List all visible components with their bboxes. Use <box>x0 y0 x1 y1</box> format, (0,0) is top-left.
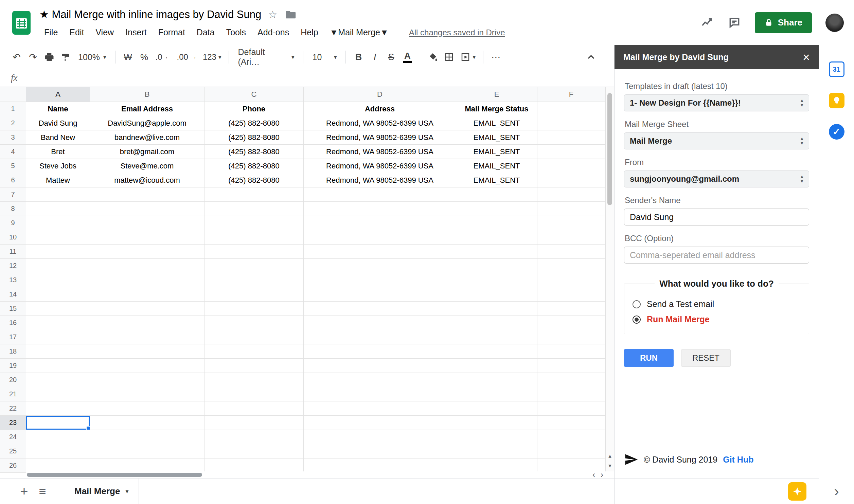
cell-B2[interactable]: DavidSung@apple.com <box>90 116 204 130</box>
cell-C19[interactable] <box>204 359 304 373</box>
column-header-D[interactable]: D <box>304 87 456 102</box>
cell-C25[interactable] <box>204 444 304 458</box>
cell-D7[interactable] <box>304 187 456 202</box>
radio-checked-icon[interactable] <box>633 316 641 324</box>
cell-B5[interactable]: Steve@me.com <box>90 159 204 173</box>
decrease-decimal-button[interactable]: .0 ← <box>153 49 174 65</box>
row-header-8[interactable]: 8 <box>0 202 26 216</box>
cell-B10[interactable] <box>90 230 204 245</box>
merge-cells-button[interactable]: ▾ <box>458 49 478 65</box>
cell-F4[interactable] <box>537 145 605 159</box>
cell-B22[interactable] <box>90 401 204 416</box>
row-header-7[interactable]: 7 <box>0 187 26 202</box>
insights-icon[interactable] <box>700 16 714 30</box>
cell-A18[interactable] <box>26 344 90 359</box>
cell-F9[interactable] <box>537 216 605 230</box>
cell-F12[interactable] <box>537 259 605 273</box>
cell-C21[interactable] <box>204 387 304 401</box>
cell-A12[interactable] <box>26 259 90 273</box>
cell-D26[interactable] <box>304 458 456 473</box>
scroll-right-button[interactable]: › <box>601 470 603 478</box>
cell-F8[interactable] <box>537 202 605 216</box>
cell-A13[interactable] <box>26 273 90 287</box>
cell-B16[interactable] <box>90 316 204 330</box>
cell-F20[interactable] <box>537 373 605 387</box>
menu-format[interactable]: Format <box>154 26 190 39</box>
cell-F22[interactable] <box>537 401 605 416</box>
cell-E18[interactable] <box>456 344 537 359</box>
cell-C22[interactable] <box>204 401 304 416</box>
cell-F7[interactable] <box>537 187 605 202</box>
cell-C6[interactable]: (425) 882-8080 <box>204 173 304 187</box>
cell-E19[interactable] <box>456 359 537 373</box>
row-header-25[interactable]: 25 <box>0 444 26 458</box>
folder-icon[interactable] <box>284 8 298 21</box>
cell-F3[interactable] <box>537 130 605 145</box>
increase-decimal-button[interactable]: .00 → <box>174 49 199 65</box>
sheet-tab-menu-icon[interactable]: ▾ <box>125 488 128 495</box>
cell-B23[interactable] <box>90 416 204 430</box>
cell-F11[interactable] <box>537 245 605 259</box>
cell-E2[interactable]: EMAIL_SENT <box>456 116 537 130</box>
row-header-22[interactable]: 22 <box>0 401 26 416</box>
borders-button[interactable] <box>441 49 457 65</box>
reset-button[interactable]: RESET <box>681 349 731 367</box>
row-header-18[interactable]: 18 <box>0 344 26 359</box>
cell-B20[interactable] <box>90 373 204 387</box>
cell-A9[interactable] <box>26 216 90 230</box>
cell-B9[interactable] <box>90 216 204 230</box>
cell-D18[interactable] <box>304 344 456 359</box>
cell-E5[interactable]: EMAIL_SENT <box>456 159 537 173</box>
cell-E15[interactable] <box>456 302 537 316</box>
strikethrough-button[interactable]: S <box>383 49 399 65</box>
cell-E9[interactable] <box>456 216 537 230</box>
sheet-select[interactable]: Mail Merge ▲ ▼ <box>624 132 809 149</box>
cell-E25[interactable] <box>456 444 537 458</box>
cell-B19[interactable] <box>90 359 204 373</box>
column-header-F[interactable]: F <box>537 87 605 102</box>
cell-B1[interactable]: Email Address <box>90 102 204 116</box>
text-color-button[interactable]: A <box>399 49 415 65</box>
cell-C1[interactable]: Phone <box>204 102 304 116</box>
cell-B15[interactable] <box>90 302 204 316</box>
collapse-toolbar-button[interactable] <box>583 49 599 65</box>
row-header-5[interactable]: 5 <box>0 159 26 173</box>
cell-F1[interactable] <box>537 102 605 116</box>
cell-D20[interactable] <box>304 373 456 387</box>
menu-addons[interactable]: Add-ons <box>253 26 294 39</box>
cell-D6[interactable]: Redmond, WA 98052-6399 USA <box>304 173 456 187</box>
cell-E26[interactable] <box>456 458 537 473</box>
vertical-scroll-thumb[interactable] <box>607 93 612 205</box>
hide-panel-icon[interactable]: › <box>834 478 839 504</box>
cell-E24[interactable] <box>456 430 537 444</box>
menu-edit[interactable]: Edit <box>65 26 89 39</box>
cell-F10[interactable] <box>537 230 605 245</box>
redo-button[interactable]: ↷ <box>25 49 41 65</box>
cell-D24[interactable] <box>304 430 456 444</box>
menu-help[interactable]: Help <box>296 26 323 39</box>
cell-B13[interactable] <box>90 273 204 287</box>
scroll-left-button[interactable]: ‹ <box>592 470 595 478</box>
radio-run-mail-merge[interactable]: Run Mail Merge <box>633 314 801 324</box>
cell-C2[interactable]: (425) 882-8080 <box>204 116 304 130</box>
cell-A15[interactable] <box>26 302 90 316</box>
cell-A19[interactable] <box>26 359 90 373</box>
github-link[interactable]: Git Hub <box>723 455 753 465</box>
from-select[interactable]: sungjoonyoung@gmail.com ▲ ▼ <box>624 170 809 187</box>
cell-E11[interactable] <box>456 245 537 259</box>
sender-name-input[interactable] <box>624 209 809 226</box>
cell-D10[interactable] <box>304 230 456 245</box>
cell-B12[interactable] <box>90 259 204 273</box>
row-header-24[interactable]: 24 <box>0 430 26 444</box>
menu-file[interactable]: File <box>39 26 63 39</box>
cell-F15[interactable] <box>537 302 605 316</box>
cell-B4[interactable]: bret@gmail.com <box>90 145 204 159</box>
share-button[interactable]: Share <box>755 12 812 33</box>
close-icon[interactable]: × <box>803 51 810 64</box>
cell-B24[interactable] <box>90 430 204 444</box>
calendar-icon[interactable]: 31 <box>829 61 844 77</box>
cell-E8[interactable] <box>456 202 537 216</box>
row-header-4[interactable]: 4 <box>0 145 26 159</box>
cell-E10[interactable] <box>456 230 537 245</box>
cell-F19[interactable] <box>537 359 605 373</box>
